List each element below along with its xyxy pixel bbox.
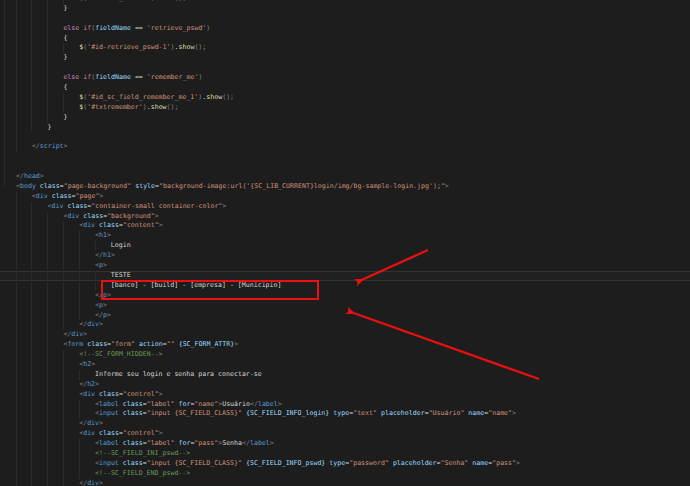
code-line: </script>	[0, 142, 690, 152]
code-line: <input class="input {SC_FIELD_CLASS}" {S…	[0, 459, 690, 469]
indent-guide	[47, 14, 48, 24]
code-line: </div>	[0, 320, 690, 330]
code-line: <div class="container-small container-co…	[0, 202, 690, 212]
indent-guide	[31, 14, 32, 24]
code-line: <form class="form" action="" {SC_FORM_AT…	[0, 340, 690, 350]
indent-guide	[16, 63, 17, 73]
code-line: <div class="page">	[0, 192, 690, 202]
code-line: }	[0, 4, 690, 14]
code-line: <div class="content">	[0, 221, 690, 231]
code-line: <input class="input {SC_FIELD_CLASS}" {S…	[0, 409, 690, 419]
code-line	[0, 14, 690, 24]
code-line: <div class="background">	[0, 212, 690, 222]
code-line	[0, 63, 690, 73]
code-line: </div>	[0, 330, 690, 340]
code-line: <!--SC_FORM_HIDDEN-->	[0, 350, 690, 360]
code-editor[interactable]: $('#id-new_user-1').show();}else if(fiel…	[0, 0, 690, 486]
code-line: }	[0, 123, 690, 133]
code-line: <!--SC_FIELD_INI_pswd-->	[0, 449, 690, 459]
code-line: }	[0, 113, 690, 123]
code-lines: $('#id-new_user-1').show();}else if(fiel…	[0, 0, 690, 486]
code-line	[0, 162, 690, 172]
indent-guide	[16, 14, 17, 24]
code-line	[0, 132, 690, 142]
code-line: <body class="page-background" style="bac…	[0, 182, 690, 192]
code-line: else if(fieldName == 'remember_me')	[0, 73, 690, 83]
code-line: <!--SC_FIELD_END_pswd-->	[0, 469, 690, 479]
code-line: {	[0, 83, 690, 93]
code-line: $('#id_sc_field_remember_me_1').show();	[0, 93, 690, 103]
code-line: <h1>	[0, 231, 690, 241]
code-line: </div>	[0, 479, 690, 486]
code-line: Informe seu login e senha para conectar-…	[0, 370, 690, 380]
code-line: else if(fieldName == 'retrieve_pswd')	[0, 24, 690, 34]
code-line: <p>	[0, 301, 690, 311]
code-line: $('#id-retrieve_pswd-1').show();	[0, 43, 690, 53]
code-line: </head>	[0, 172, 690, 182]
code-line: {	[0, 34, 690, 44]
code-line: }	[0, 53, 690, 63]
code-line: <h2>	[0, 360, 690, 370]
code-line: $('#txtremember').show();	[0, 103, 690, 113]
indent-guide	[47, 63, 48, 73]
code-line: <label class="label" for="name">Usuário<…	[0, 400, 690, 410]
code-line: <div class="control">	[0, 429, 690, 439]
code-line: <p>	[0, 261, 690, 271]
annotation-box	[101, 280, 319, 300]
code-line: </p>	[0, 311, 690, 321]
code-line: </h1>	[0, 251, 690, 261]
code-line: Login	[0, 241, 690, 251]
indent-guide	[31, 63, 32, 73]
code-line: <div class="control">	[0, 390, 690, 400]
indent-guide	[16, 132, 17, 142]
code-line	[0, 152, 690, 162]
code-line: </h2>	[0, 380, 690, 390]
code-line: </div>	[0, 419, 690, 429]
code-line: <label class="label" for="pass">Senha</l…	[0, 439, 690, 449]
